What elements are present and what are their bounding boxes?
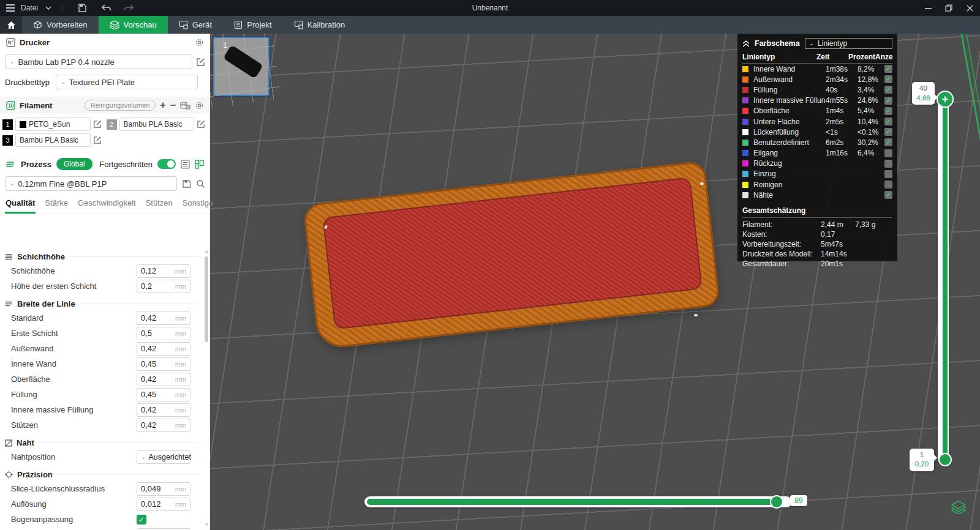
visibility-checkbox[interactable]: ✓	[884, 138, 892, 146]
visibility-checkbox[interactable]: ✓	[884, 75, 892, 83]
tab-staerke[interactable]: Stärke	[44, 197, 69, 214]
filament-settings-gear-icon[interactable]	[195, 101, 204, 110]
resolution-input[interactable]: 0,012mm	[137, 498, 190, 511]
visibility-checkbox[interactable]: ✓	[884, 191, 892, 199]
color-scheme-panel: Farbschema ⌄ Linientyp Linientyp Zeit Pr…	[737, 34, 897, 261]
view-mode-select[interactable]: ⌄ Linientyp	[805, 38, 892, 49]
edit-filament-icon[interactable]	[93, 136, 102, 144]
line-width-top-surface-input[interactable]: 0,42mm	[137, 373, 190, 386]
step-slider-knob[interactable]	[770, 495, 783, 509]
xy-hole-compensation-input[interactable]: 0mm	[137, 528, 190, 530]
tab-vorbereiten[interactable]: Vorbereiten	[22, 16, 99, 34]
edit-filament-icon[interactable]	[197, 120, 205, 129]
view-mode-value: Linientyp	[818, 39, 847, 48]
save-icon[interactable]	[77, 3, 88, 13]
scope-objects[interactable]: Objekte	[92, 158, 95, 170]
advanced-toggle[interactable]	[157, 159, 176, 169]
redo-icon[interactable]	[123, 3, 134, 13]
scrollbar-thumb[interactable]	[205, 256, 208, 342]
restore-button[interactable]	[938, 0, 959, 16]
line-width-default-input[interactable]: 0,42mm	[137, 312, 190, 325]
visibility-checkbox[interactable]: ✓	[884, 181, 892, 188]
first-layer-height-input[interactable]: 0,2mm	[137, 280, 190, 293]
tab-sonstige[interactable]: Sonstige	[182, 197, 214, 214]
scroll-up-arrow[interactable]: ˄	[204, 249, 209, 255]
hamburger-menu-icon[interactable]	[5, 3, 16, 13]
line-width-outer-wall-input[interactable]: 0,42mm	[137, 342, 190, 356]
filament-color-chip[interactable]: 1	[2, 119, 13, 130]
visibility-checkbox[interactable]: ✓	[884, 86, 892, 94]
undo-icon[interactable]	[101, 3, 112, 13]
line-width-support-input[interactable]: 0,42mm	[137, 419, 190, 432]
parameter-list-icon[interactable]	[181, 160, 190, 169]
visibility-checkbox[interactable]: ✓	[884, 149, 892, 157]
add-filament-icon[interactable]: +	[160, 100, 165, 111]
filament-name-field[interactable]: PETG_eSun	[15, 118, 91, 131]
preview-3d-viewport[interactable]: 1 Farbschema ⌄ Linientyp Linientyp Zeit …	[210, 34, 980, 530]
layer-height-input[interactable]: 0,12mm	[137, 264, 190, 278]
layer-slider-track[interactable]: + 40 4,88 1 0,20	[938, 92, 949, 464]
legend-row: Nähte✓	[742, 190, 892, 200]
tab-geraet[interactable]: Gerät	[168, 16, 224, 34]
close-button[interactable]	[959, 0, 980, 16]
line-width-infill-input[interactable]: 0,45mm	[137, 388, 190, 401]
totals-row: Druckzeit des Modell:14m14s	[742, 249, 892, 259]
visibility-checkbox[interactable]: ✓	[884, 97, 892, 105]
remove-filament-icon[interactable]: −	[170, 100, 176, 111]
search-settings-icon[interactable]	[196, 179, 205, 188]
line-width-solid-infill-input[interactable]: 0,42mm	[137, 403, 190, 417]
tab-qualitaet[interactable]: Qualität	[5, 197, 36, 214]
step-slider[interactable]: 89	[364, 496, 792, 507]
tab-vorschau[interactable]: Vorschau	[99, 16, 168, 34]
precision-crosshair-icon	[5, 471, 13, 479]
tab-stuetzen[interactable]: Stützen	[145, 197, 173, 214]
edit-filament-icon[interactable]	[93, 120, 102, 129]
visibility-checkbox[interactable]: ✓	[884, 107, 892, 115]
printer-settings-gear-icon[interactable]	[195, 38, 204, 47]
advanced-label: Fortgeschritten	[99, 160, 153, 169]
line-width-inner-wall-input[interactable]: 0,45mm	[137, 357, 190, 371]
scroll-down-arrow[interactable]: ˅	[204, 521, 209, 528]
visibility-checkbox[interactable]: ✓	[884, 170, 892, 178]
arc-fitting-checkbox[interactable]: ✓	[137, 515, 146, 524]
visibility-checkbox[interactable]: ✓	[884, 65, 892, 73]
settings-scrollbar[interactable]: ˄ ˅	[204, 249, 209, 528]
flushing-volumes-button[interactable]: Reinigungsvolumen	[85, 100, 156, 111]
filament-color-chip[interactable]: 3	[2, 135, 13, 146]
color-swatch	[742, 87, 748, 93]
save-preset-icon[interactable]	[182, 179, 191, 188]
scope-global[interactable]: Global	[56, 158, 92, 170]
tab-kalibration[interactable]: Kalibration	[283, 16, 356, 34]
seam-position-select[interactable]: ⌄Ausgerichtet	[137, 450, 190, 464]
layer-slider-bottom-handle[interactable]	[938, 453, 952, 466]
filament-color-chip[interactable]: 2	[107, 119, 117, 130]
legend-row: Rückzug✓	[742, 159, 892, 169]
plate-thumbnail[interactable]: 1	[213, 37, 270, 96]
scope-toggle[interactable]: Global Objekte	[56, 158, 94, 170]
ams-sync-icon[interactable]	[180, 101, 190, 110]
layer-range-slider[interactable]: + 40 4,88 1 0,20	[936, 92, 951, 464]
chevron-down-icon[interactable]	[43, 3, 54, 13]
file-menu[interactable]: Datei	[21, 4, 38, 12]
printer-preset-select[interactable]: ⌄ Bambu Lab P1P 0.4 nozzle	[5, 54, 192, 69]
parameter-table-icon[interactable]	[195, 160, 204, 169]
edit-printer-icon[interactable]	[196, 58, 205, 67]
process-preset-select[interactable]: ⌄ 0.12mm Fine @BBL P1P	[5, 176, 177, 191]
visibility-checkbox[interactable]: ✓	[884, 128, 892, 136]
layer-slider-top-handle[interactable]: +	[937, 91, 954, 108]
visibility-checkbox[interactable]: ✓	[884, 118, 892, 125]
minimize-button[interactable]	[918, 0, 938, 16]
collapse-panel-icon[interactable]	[742, 40, 750, 47]
filament-name-field[interactable]: Bambu PLA Basic	[119, 118, 195, 131]
bed-type-select[interactable]: ⌄ Textured PEI Plate	[56, 75, 198, 89]
filament-name-field[interactable]: Bambu PLA Basic	[15, 133, 91, 147]
layers-view-icon[interactable]	[950, 499, 967, 516]
tab-projekt[interactable]: Projekt	[223, 16, 282, 34]
home-button[interactable]	[0, 16, 22, 34]
process-layers-icon	[6, 160, 16, 168]
calibration-icon	[294, 20, 303, 29]
line-width-first-layer-input[interactable]: 0,5mm	[137, 327, 190, 340]
tab-geschwindigkeit[interactable]: Geschwindigkeit	[77, 197, 137, 214]
slice-gap-closing-input[interactable]: 0,049mm	[137, 482, 190, 496]
visibility-checkbox[interactable]: ✓	[884, 160, 892, 168]
